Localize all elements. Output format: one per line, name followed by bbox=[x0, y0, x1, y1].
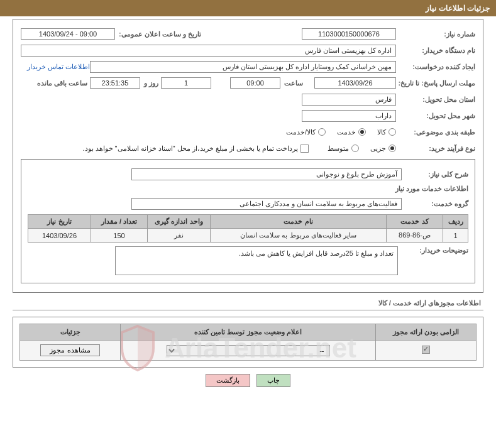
table-row: -- مشاهده مجوز bbox=[20, 341, 477, 361]
need-desc-label: شرح کلی نیاز: bbox=[405, 170, 468, 178]
table-row: 1 ص-86-869 سایر فعالیت‌های مربوط به سلام… bbox=[28, 229, 468, 243]
deadline-label: مهلت ارسال پاسخ: تا تاریخ: bbox=[400, 79, 475, 87]
deliver-city-value: داراب bbox=[302, 110, 396, 122]
process-radio-group: جزیی متوسط bbox=[328, 145, 396, 153]
remaining-time: 23:51:35 bbox=[90, 77, 140, 89]
days-count: 1 bbox=[161, 77, 211, 89]
need-number-value: 1103000150000676 bbox=[302, 28, 396, 40]
payment-checkbox[interactable] bbox=[300, 145, 309, 153]
action-buttons: چاپ بازگشت bbox=[0, 374, 496, 387]
status-select[interactable]: -- bbox=[167, 345, 330, 356]
mandatory-checkbox[interactable] bbox=[422, 346, 430, 354]
process-label: نوع فرآیند خرید: bbox=[400, 145, 475, 153]
view-permit-button[interactable]: مشاهده مجوز bbox=[40, 344, 99, 356]
back-button[interactable]: بازگشت bbox=[206, 374, 250, 387]
cell-code: ص-86-869 bbox=[387, 229, 443, 243]
need-number-label: شماره نیاز: bbox=[400, 30, 475, 38]
deliver-city-label: شهر محل تحویل: bbox=[400, 112, 475, 120]
th-mandatory: الزامی بودن ارائه مجوز bbox=[376, 324, 477, 341]
service-group-value: فعالیت‌های مربوط به سلامت انسان و مددکار… bbox=[131, 198, 402, 210]
radio-medium[interactable] bbox=[351, 145, 359, 152]
announce-value: 1403/09/24 - 09:00 bbox=[21, 28, 115, 40]
buyer-org-value: اداره کل بهزیستی استان فارس bbox=[21, 45, 396, 57]
buyer-notes-value: تعداد و مبلغ تا 25درصد قابل افزایش یا کا… bbox=[115, 246, 398, 275]
main-info-panel: شماره نیاز: 1103000150000676 تاریخ و ساع… bbox=[13, 19, 483, 293]
time-label: ساعت bbox=[284, 79, 303, 87]
buyer-contact-link[interactable]: اطلاعات تماس خریدار bbox=[27, 63, 90, 71]
radio-service-label: خدمت bbox=[337, 128, 356, 136]
radio-partial-label: جزیی bbox=[370, 145, 386, 153]
buyer-notes-label: توضیحات خریدار: bbox=[405, 246, 468, 254]
cell-qty: 150 bbox=[91, 229, 148, 243]
th-status: اعلام وضعیت مجوز توسط تامین کننده bbox=[121, 324, 376, 341]
th-unit: واحد اندازه گیری bbox=[148, 215, 211, 229]
radio-goods[interactable] bbox=[389, 128, 396, 136]
remaining-label: ساعت باقی مانده bbox=[37, 79, 87, 87]
th-code: کد خدمت bbox=[387, 215, 443, 229]
permits-table: الزامی بودن ارائه مجوز اعلام وضعیت مجوز … bbox=[19, 324, 477, 361]
th-date: تاریخ نیاز bbox=[28, 215, 91, 229]
services-table: ردیف کد خدمت نام خدمت واحد اندازه گیری ت… bbox=[28, 214, 468, 243]
deliver-province-value: فارس bbox=[302, 94, 396, 106]
th-qty: تعداد / مقدار bbox=[91, 215, 148, 229]
creator-value: مهین خراسانی کمک روستایار اداره کل بهزیس… bbox=[90, 61, 396, 73]
service-group-label: گروه خدمت: bbox=[405, 200, 468, 208]
th-name: نام خدمت bbox=[211, 215, 387, 229]
services-info-title: اطلاعات خدمات مورد نیاز bbox=[28, 185, 468, 193]
deadline-time: 09:00 bbox=[230, 77, 280, 89]
cell-name: سایر فعالیت‌های مربوط به سلامت انسان bbox=[211, 229, 387, 243]
radio-medium-label: متوسط bbox=[328, 145, 349, 153]
page-title: جزئیات اطلاعات نیاز bbox=[426, 4, 490, 13]
cell-date: 1403/09/26 bbox=[28, 229, 91, 243]
creator-label: ایجاد کننده درخواست: bbox=[400, 63, 475, 71]
print-button[interactable]: چاپ bbox=[256, 374, 290, 387]
radio-both[interactable] bbox=[318, 128, 326, 136]
radio-partial[interactable] bbox=[389, 145, 396, 152]
cell-unit: نفر bbox=[148, 229, 211, 243]
buyer-org-label: نام دستگاه خریدار: bbox=[400, 46, 475, 55]
permits-section: اطلاعات مجوزهای ارائه خدمت / کالا الزامی… bbox=[13, 299, 483, 368]
th-row: ردیف bbox=[443, 215, 468, 229]
days-word: روز و bbox=[144, 79, 158, 87]
deliver-province-label: استان محل تحویل: bbox=[400, 96, 475, 104]
radio-goods-label: کالا bbox=[377, 128, 386, 136]
need-description-panel: AriaTender.net شرح کلی نیاز: آموزش طرح ب… bbox=[21, 159, 475, 283]
radio-both-label: کالا/خدمت bbox=[286, 128, 316, 136]
announce-label: تاریخ و ساعت اعلان عمومی: bbox=[119, 30, 201, 38]
radio-service[interactable] bbox=[358, 128, 366, 136]
page-title-bar: جزئیات اطلاعات نیاز bbox=[0, 0, 496, 16]
need-desc-value: آموزش طرح بلوغ و نوجوانی bbox=[131, 168, 402, 180]
th-details: جزئیات bbox=[20, 324, 121, 341]
deadline-date: 1403/09/26 bbox=[314, 77, 396, 89]
payment-note: پرداخت تمام یا بخشی از مبلغ خرید،از محل … bbox=[82, 145, 298, 153]
category-label: طبقه بندی موضوعی: bbox=[400, 128, 475, 136]
permits-title: اطلاعات مجوزهای ارائه خدمت / کالا bbox=[13, 299, 483, 307]
cell-idx: 1 bbox=[443, 229, 468, 243]
category-radio-group: کالا خدمت کالا/خدمت bbox=[286, 128, 396, 136]
